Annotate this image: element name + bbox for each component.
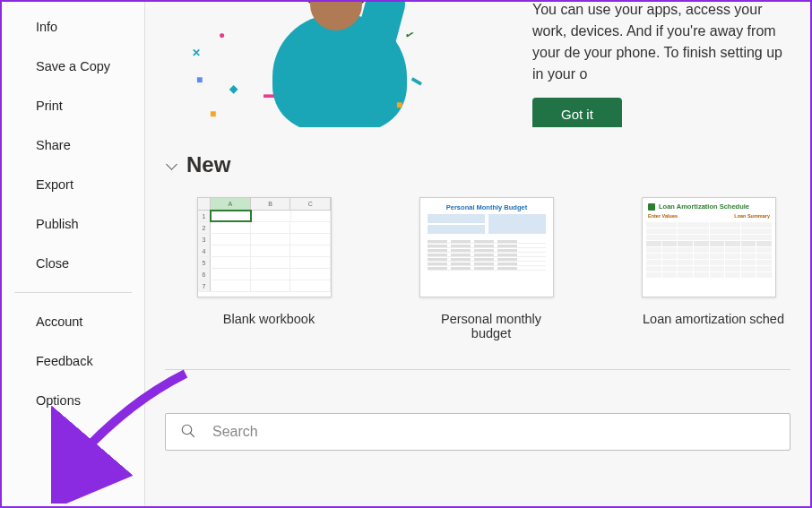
got-it-button[interactable]: Got it [532,98,622,128]
sidebar-item-publish[interactable]: Publish [2,204,144,244]
sidebar-divider [14,292,132,293]
sidebar-item-info[interactable]: Info [2,7,144,47]
template-loan-amortization[interactable]: Loan Amortization Schedule Enter ValuesL… [642,197,785,340]
template-personal-monthly-budget[interactable]: Personal Monthly Budget [419,197,563,340]
promo-illustration: ✕ ● ◆ ■ ■ ✓ ▬ ■ ▬ [165,2,505,127]
sidebar-item-print[interactable]: Print [2,86,144,125]
sidebar-item-export[interactable]: Export [2,165,144,204]
template-thumbnail: A B C 1 2 3 4 5 6 7 [197,197,332,297]
template-label: Personal monthly budget [419,312,563,340]
sidebar-item-share[interactable]: Share [2,125,144,165]
backstage-main: ✕ ● ◆ ■ ■ ✓ ▬ ■ ▬ You can use your apps,… [145,2,810,506]
sidebar-item-options[interactable]: Options [2,381,144,420]
sidebar-item-account[interactable]: Account [2,302,144,341]
template-blank-workbook[interactable]: A B C 1 2 3 4 5 6 7 Blank workbook [197,197,341,340]
template-gallery: A B C 1 2 3 4 5 6 7 Blank workbook Pe [165,197,790,340]
template-thumbnail: Loan Amortization Schedule Enter ValuesL… [642,197,776,297]
section-divider [165,369,790,370]
template-label: Blank workbook [197,312,341,326]
svg-line-1 [190,433,194,437]
template-thumbnail: Personal Monthly Budget [419,197,554,297]
template-search[interactable] [165,413,790,451]
bank-icon [648,203,655,211]
template-label: Loan amortization sched [642,312,785,326]
promo-text: You can use your apps, access your work,… [532,2,790,85]
search-input[interactable] [212,424,775,440]
sidebar-item-save-copy[interactable]: Save a Copy [2,47,144,86]
sidebar-item-close[interactable]: Close [2,244,144,283]
new-section-header[interactable]: New [165,152,790,177]
search-icon [180,423,196,442]
promo-banner: ✕ ● ◆ ■ ■ ✓ ▬ ■ ▬ You can use your apps,… [165,2,790,127]
chevron-down-icon [165,159,177,171]
backstage-sidebar: Info Save a Copy Print Share Export Publ… [2,2,145,506]
sidebar-item-feedback[interactable]: Feedback [2,341,144,381]
svg-point-0 [182,425,192,435]
new-section-title: New [186,152,230,177]
